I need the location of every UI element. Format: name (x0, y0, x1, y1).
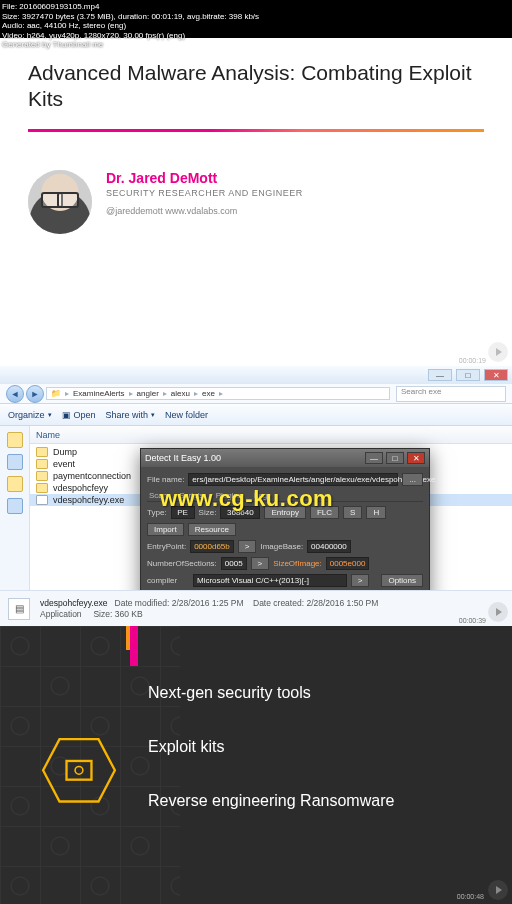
author-avatar (28, 170, 92, 234)
compiler-value: Microsoft Visual C/C++(2013)[-] (193, 574, 347, 587)
bullet-item: Reverse engineering Ransomware (148, 774, 496, 828)
h-button[interactable]: H (366, 506, 386, 519)
accent-bar-pink (130, 626, 138, 666)
explorer-window: — □ ✕ ◄ ► 📁 ▸ ExamineAlerts▸ angler▸ ale… (0, 366, 512, 626)
resource-button[interactable]: Resource (188, 523, 236, 536)
open-button[interactable]: ▣Open (62, 410, 96, 420)
title-slide: Advanced Malware Analysis: Combating Exp… (0, 38, 512, 366)
play-icon[interactable] (488, 880, 508, 900)
import-button[interactable]: Import (147, 523, 184, 536)
status-modified: 2/28/2016 1:25 PM (172, 598, 244, 608)
browse-button[interactable]: ... (402, 473, 423, 486)
file-icon (36, 495, 48, 505)
meta-video: Video: h264, yuv420p, 1280x720, 30.00 fp… (2, 31, 259, 41)
entry-go[interactable]: > (238, 540, 257, 553)
bullet-list: Next-gen security tools Exploit kits Rev… (148, 666, 496, 828)
new-folder-button[interactable]: New folder (165, 410, 208, 420)
meta-audio: Audio: aac, 44100 Hz, stereo (eng) (2, 21, 259, 31)
status-created: 2/28/2016 1:50 PM (306, 598, 378, 608)
breadcrumb[interactable]: 📁 ▸ ExamineAlerts▸ angler▸ alexu▸ exe▸ (46, 387, 390, 400)
bullet-item: Exploit kits (148, 720, 496, 774)
window-chrome: — □ ✕ (0, 366, 512, 384)
compiler-go[interactable]: > (351, 574, 370, 587)
play-icon[interactable] (488, 602, 508, 622)
hex-icon (40, 736, 118, 804)
back-button[interactable]: ◄ (6, 385, 24, 403)
svg-marker-0 (43, 739, 115, 801)
organize-button[interactable]: Organize▾ (8, 410, 52, 420)
folder-icon (36, 459, 48, 469)
network-icon[interactable] (7, 498, 23, 514)
die-title-text: Detect It Easy 1.00 (145, 453, 221, 463)
bullet-item: Next-gen security tools (148, 666, 496, 720)
svg-point-2 (75, 766, 83, 774)
timecode-2: 00:00:39 (459, 617, 486, 624)
entrypoint-value[interactable]: 0000d65b (190, 540, 234, 553)
close-button[interactable]: ✕ (484, 369, 508, 381)
filename-field[interactable]: ers/jared/Desktop/ExamineAlerts/angler/a… (188, 473, 398, 486)
search-input[interactable]: Search exe (396, 386, 506, 402)
forward-button[interactable]: ► (26, 385, 44, 403)
s-button[interactable]: S (343, 506, 362, 519)
die-minimize[interactable]: — (365, 452, 383, 464)
meta-generator: Generated by Thumbnail me (2, 40, 259, 50)
status-filename: vdespohcfeyy.exe (40, 598, 107, 608)
crumb-0[interactable]: ExamineAlerts (73, 389, 125, 398)
crumb-2[interactable]: alexu (171, 389, 190, 398)
folder-icon: 📁 (51, 389, 61, 398)
video-metadata: File: 20160609193105.mp4 Size: 3927470 b… (0, 0, 261, 52)
filename-label: File name: (147, 475, 184, 484)
die-titlebar[interactable]: Detect It Easy 1.00 — □ ✕ (141, 449, 429, 467)
imagebase-value[interactable]: 00400000 (307, 540, 351, 553)
bullets-slide: Next-gen security tools Exploit kits Rev… (0, 626, 512, 904)
file-type-icon: ▤ (8, 598, 30, 620)
meta-size: Size: 3927470 bytes (3.75 MiB), duration… (2, 12, 259, 22)
play-icon[interactable] (488, 342, 508, 362)
sections-value[interactable]: 0005 (221, 557, 247, 570)
timecode-1: 00:00:19 (459, 357, 486, 364)
author-role: SECURITY RESEARCHER AND ENGINEER (106, 188, 303, 198)
status-bar: ▤ vdespohcfeyy.exe Date modified: 2/28/2… (0, 590, 512, 626)
die-maximize[interactable]: □ (386, 452, 404, 464)
column-header-name[interactable]: Name (30, 426, 512, 444)
timecode-3: 00:00:48 (457, 893, 484, 900)
author-handles: @jareddemott www.vdalabs.com (106, 206, 303, 216)
maximize-button[interactable]: □ (456, 369, 480, 381)
sections-go[interactable]: > (251, 557, 270, 570)
crumb-3[interactable]: exe (202, 389, 215, 398)
minimize-button[interactable]: — (428, 369, 452, 381)
folder-icon (36, 471, 48, 481)
watermark-text: www.cg-ku.com (160, 486, 333, 512)
author-name: Dr. Jared DeMott (106, 170, 303, 186)
status-apptype: Application (40, 609, 82, 619)
meta-file: File: 20160609193105.mp4 (2, 2, 259, 12)
sizeofimage-value[interactable]: 0005e000 (326, 557, 370, 570)
options-button[interactable]: Options (381, 574, 423, 587)
author-info: Dr. Jared DeMott SECURITY RESEARCHER AND… (106, 170, 303, 216)
crumb-1[interactable]: angler (137, 389, 159, 398)
author-block: Dr. Jared DeMott SECURITY RESEARCHER AND… (0, 132, 512, 234)
address-bar-row: ◄ ► 📁 ▸ ExamineAlerts▸ angler▸ alexu▸ ex… (0, 384, 512, 404)
folder-icon (36, 447, 48, 457)
svg-rect-1 (67, 761, 92, 780)
favorites-icon[interactable] (7, 432, 23, 448)
die-close[interactable]: ✕ (407, 452, 425, 464)
command-bar: Organize▾ ▣Open Share with▾ New folder (0, 404, 512, 426)
status-size: 360 KB (115, 609, 143, 619)
computer-icon[interactable] (7, 476, 23, 492)
share-button[interactable]: Share with▾ (106, 410, 156, 420)
folder-icon (36, 483, 48, 493)
libraries-icon[interactable] (7, 454, 23, 470)
